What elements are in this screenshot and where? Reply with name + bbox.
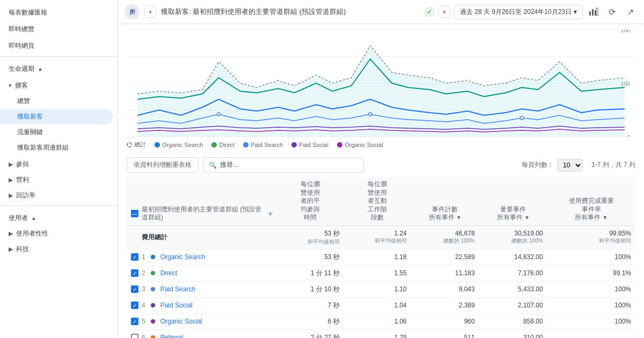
summary-col4-sub: 總數的 100% xyxy=(484,237,543,245)
row-number: 2 xyxy=(142,269,145,277)
table-row: ✓ 1 Organic Search 53 秒 1.18 22,589 14,6… xyxy=(127,249,635,265)
sidebar-item-new-customers-group[interactable]: 獲取新客周邊群組 xyxy=(0,140,113,156)
settings-button[interactable]: ⟳ xyxy=(604,4,619,19)
row-checkbox[interactable]: ✓ xyxy=(131,302,138,309)
legend-dot-organic-social xyxy=(337,142,342,148)
add-comparison-button[interactable]: + xyxy=(144,5,157,18)
sidebar-item-realtime-overview[interactable]: 即時總覽 xyxy=(0,21,118,38)
users-chevron-icon: ▲ xyxy=(31,215,36,221)
sidebar-item-label: 獲取新客 xyxy=(17,112,43,121)
row-col5 xyxy=(547,329,635,338)
sidebar-item-acquire[interactable]: ▾ 擴客 xyxy=(0,78,113,93)
row-number: 6 xyxy=(142,334,145,338)
sidebar-item-report[interactable]: 報表數據匯報 xyxy=(0,4,118,21)
legend-organic-search[interactable]: Organic Search xyxy=(155,142,203,148)
sidebar-item-tech[interactable]: ▶ 科技 xyxy=(0,241,118,257)
data-table: — 最初招攬到使用者的主要管道群組 (預設管道群組) + 每位瀏覽使用者的平均參… xyxy=(127,177,635,338)
row-col5: 100% xyxy=(547,281,635,297)
row-checkbox[interactable] xyxy=(131,334,138,338)
header-bar: 所 + 獲取新客: 最初招攬到使用者的主要管道群組 (預設管道群組) ✓ + 過… xyxy=(118,0,644,24)
col-header-event-count: 事件計數所有事件 ▼ xyxy=(411,177,479,225)
per-page-select[interactable]: 10 25 50 xyxy=(557,159,583,172)
lifecycle-section-header[interactable]: 生命週期 ▲ xyxy=(0,61,118,77)
legend-direct[interactable]: Direct xyxy=(211,142,235,148)
lifecycle-chevron-icon: ▲ xyxy=(38,66,43,72)
search-box[interactable]: 🔍 搜尋... xyxy=(203,157,364,173)
legend-total[interactable]: 總計 xyxy=(127,141,146,149)
color-dot xyxy=(151,335,155,338)
summary-col3: 46,678 總數的 100% xyxy=(411,225,479,249)
row-col3: 960 xyxy=(411,313,479,329)
add-column-button[interactable]: + xyxy=(268,209,273,218)
sidebar-item-label: 擴客 xyxy=(15,81,28,90)
row-channel-name[interactable]: Paid Search xyxy=(160,285,195,293)
scope-circle[interactable]: 所 xyxy=(125,4,140,19)
sidebar-item-new-customers[interactable]: 獲取新客 xyxy=(0,109,113,124)
chart-type-button[interactable] xyxy=(586,4,601,19)
sidebar-item-overview[interactable]: 總覽 xyxy=(0,93,113,109)
sidebar-item-retention-header[interactable]: ▶ 回訪率 xyxy=(0,188,118,203)
row-checkbox[interactable]: ✓ xyxy=(131,269,138,277)
row-channel-name[interactable]: Organic Social xyxy=(160,318,202,325)
add-button2[interactable]: + xyxy=(438,5,451,18)
sidebar-item-monetize-header[interactable]: ▶ 營利 xyxy=(0,172,118,188)
legend-paid-social[interactable]: Paid Social xyxy=(291,142,328,148)
content-area: 200 100 0 27 9月 29 01 10月 03 05 07 09 11… xyxy=(118,24,644,338)
sidebar-item-label: 營利 xyxy=(16,175,29,185)
row-checkbox[interactable]: ✓ xyxy=(131,318,138,325)
users-section-header[interactable]: 使用者 ▲ xyxy=(0,210,118,226)
expand-icon: ▶ xyxy=(9,161,13,168)
row-channel-name[interactable]: Referral xyxy=(160,334,184,338)
table-toolbar: 依資料列增刪重表格 🔍 搜尋... 每頁列數： 10 25 50 1-7 列，共… xyxy=(127,153,635,177)
date-range-button[interactable]: 過去 28 天 9月26日至 2024年10月23日 ▾ xyxy=(454,5,583,19)
sidebar-item-user-attr[interactable]: ▶ 使用者性性 xyxy=(0,226,118,241)
filter-button[interactable]: 依資料列增刪重表格 xyxy=(127,157,199,173)
svg-marker-28 xyxy=(137,46,625,137)
row-col1: 2 分 27 秒 xyxy=(277,329,344,338)
svg-point-30 xyxy=(369,113,372,116)
summary-col3-sub: 總數的 100% xyxy=(415,237,475,245)
row-checkbox[interactable]: ✓ xyxy=(131,285,138,293)
row-col4: 310.00 xyxy=(479,329,547,338)
row-col4: 2,107.00 xyxy=(479,297,547,313)
sidebar-item-engage-header[interactable]: ▶ 參與 xyxy=(0,157,118,172)
row-channel-name[interactable]: Direct xyxy=(160,269,177,277)
col-header-avg-time: 每位瀏覽使用者的平均參與時間 xyxy=(277,177,344,225)
summary-row: 費用總計 53 秒 和平均值相同 1.24 和平均值相同 46,678 xyxy=(127,225,635,249)
legend-organic-social[interactable]: Organic Social xyxy=(337,142,383,148)
summary-spacer xyxy=(131,233,138,241)
color-dot xyxy=(151,319,155,324)
sidebar: 報表數據匯報 即時總覽 即時網頁 生命週期 ▲ ▾ 擴客 總覽 獲取新客 xyxy=(0,0,118,338)
select-all-checkbox[interactable]: — xyxy=(131,210,138,217)
sidebar-item-label: 參與 xyxy=(16,160,29,169)
row-checkbox[interactable]: ✓ xyxy=(131,253,138,261)
table-row: ✓ 5 Organic Social 6 秒 1.06 960 858.00 1… xyxy=(127,313,635,329)
plus-icon: + xyxy=(442,8,447,16)
svg-rect-0 xyxy=(589,11,591,16)
lifecycle-group: ▾ 擴客 總覽 獲取新客 流量關鍵 獲取新客周邊群組 xyxy=(0,78,118,156)
table-row: ✓ 3 Paid Search 1 分 10 秒 1.10 9,043 5,43… xyxy=(127,281,635,297)
row-col1: 1 分 10 秒 xyxy=(277,281,344,297)
expand-icon: ▶ xyxy=(9,230,13,237)
page-title: 獲取新客: 最初招攬到使用者的主要管道群組 (預設管道群組) xyxy=(161,7,420,17)
sidebar-item-label: 流量關鍵 xyxy=(17,128,43,137)
sidebar-item-traffic[interactable]: 流量關鍵 xyxy=(0,124,113,140)
row-col2: 1.04 xyxy=(344,297,411,313)
legend-dot-direct xyxy=(211,142,217,148)
row-channel-name[interactable]: Paid Social xyxy=(160,302,193,309)
row-channel-name[interactable]: Organic Search xyxy=(160,253,205,261)
summary-col2: 1.24 和平均值相同 xyxy=(344,225,411,249)
share-icon: ↗ xyxy=(627,7,634,17)
color-dot xyxy=(151,255,155,259)
status-badge: ✓ xyxy=(424,6,435,17)
legend-paid-search[interactable]: Paid Search xyxy=(243,142,283,148)
row-col4: 5,433.00 xyxy=(479,281,547,297)
row-col5: 100% xyxy=(547,313,635,329)
summary-col1-sub: 和平均值相同 xyxy=(281,238,340,246)
row-col3: 2,389 xyxy=(411,297,479,313)
sidebar-item-realtime-page[interactable]: 即時網頁 xyxy=(0,38,118,54)
table-row: 6 Referral 2 分 27 秒 1.79 511 310.00 xyxy=(127,329,635,338)
legend-dot-total xyxy=(127,142,132,148)
date-range-label: 過去 28 天 9月26日至 2024年10月23日 xyxy=(460,8,572,17)
share-button[interactable]: ↗ xyxy=(623,4,638,19)
